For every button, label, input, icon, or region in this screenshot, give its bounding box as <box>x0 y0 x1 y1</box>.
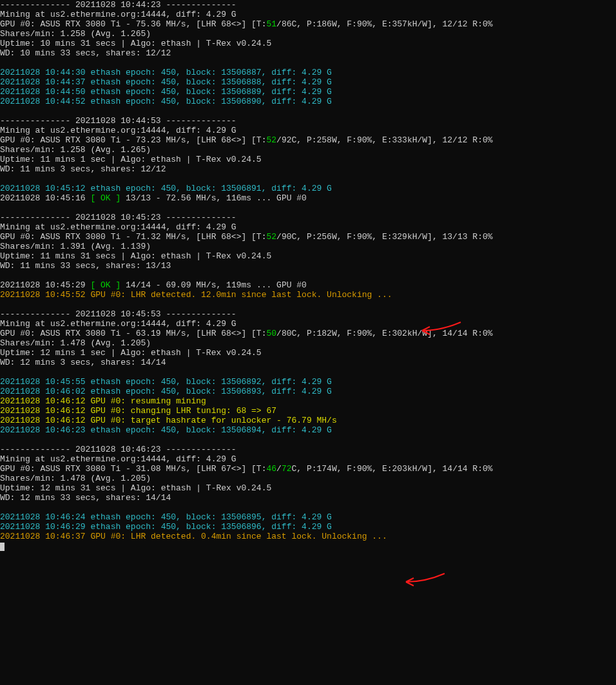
shares-line: Shares/min: 1.258 (Avg. 1.265) <box>0 145 151 155</box>
epoch-line: 20211028 10:44:30 ethash epoch: 450, blo… <box>0 68 332 77</box>
wd-line: WD: 11 mins 33 secs, shares: 13/13 <box>0 261 171 271</box>
ok-line: 20211028 10:45:16 [ OK ] 13/13 - 72.56 M… <box>0 193 307 203</box>
epoch-line: 20211028 10:45:55 ethash epoch: 450, blo… <box>0 377 332 387</box>
info-line: 20211028 10:46:12 GPU #0: target hashrat… <box>0 416 337 425</box>
gpu-line: GPU #0: ASUS RTX 3080 Ti - 31.08 MH/s, [… <box>0 464 493 474</box>
epoch-line: 20211028 10:45:12 ethash epoch: 450, blo… <box>0 184 332 193</box>
separator: -------------- 20211028 10:46:23 -------… <box>0 445 236 454</box>
uptime-line: Uptime: 11 mins 31 secs | Algo: ethash |… <box>0 251 271 261</box>
epoch-line: 20211028 10:46:29 ethash epoch: 450, blo… <box>0 522 332 532</box>
shares-line: Shares/min: 1.391 (Avg. 1.139) <box>0 242 151 251</box>
gpu-line: GPU #0: ASUS RTX 3080 Ti - 63.19 MH/s, [… <box>0 329 493 338</box>
gpu-line: GPU #0: ASUS RTX 3080 Ti - 73.23 MH/s, [… <box>0 135 493 145</box>
mining-line: Mining at us2.ethermine.org:14444, diff:… <box>0 10 236 19</box>
separator: -------------- 20211028 10:44:23 -------… <box>0 0 236 10</box>
epoch-line: 20211028 10:46:02 ethash epoch: 450, blo… <box>0 387 332 396</box>
warn-line: 20211028 10:45:52 GPU #0: LHR detected. … <box>0 290 392 300</box>
separator: -------------- 20211028 10:44:53 -------… <box>0 116 236 126</box>
wd-line: WD: 11 mins 3 secs, shares: 12/12 <box>0 164 166 174</box>
gpu-line: GPU #0: ASUS RTX 3080 Ti - 75.36 MH/s, [… <box>0 19 493 29</box>
terminal-output: -------------- 20211028 10:44:23 -------… <box>0 0 616 551</box>
separator: -------------- 20211028 10:45:23 -------… <box>0 213 236 222</box>
info-line: 20211028 10:46:12 GPU #0: changing LHR t… <box>0 406 276 416</box>
epoch-line: 20211028 10:46:24 ethash epoch: 450, blo… <box>0 512 332 522</box>
separator: -------------- 20211028 10:45:53 -------… <box>0 309 236 319</box>
mining-line: Mining at us2.ethermine.org:14444, diff:… <box>0 454 236 464</box>
shares-line: Shares/min: 1.478 (Avg. 1.205) <box>0 338 151 348</box>
info-line: 20211028 10:46:12 GPU #0: resuming minin… <box>0 396 206 406</box>
wd-line: WD: 12 mins 33 secs, shares: 14/14 <box>0 493 171 503</box>
wd-line: WD: 10 mins 33 secs, shares: 12/12 <box>0 48 171 58</box>
cursor <box>0 543 5 551</box>
epoch-line: 20211028 10:44:37 ethash epoch: 450, blo… <box>0 77 332 87</box>
uptime-line: Uptime: 11 mins 1 sec | Algo: ethash | T… <box>0 155 262 164</box>
shares-line: Shares/min: 1.258 (Avg. 1.265) <box>0 29 151 39</box>
uptime-line: Uptime: 10 mins 31 secs | Algo: ethash |… <box>0 39 271 48</box>
mining-line: Mining at us2.ethermine.org:14444, diff:… <box>0 319 236 329</box>
epoch-line: 20211028 10:44:50 ethash epoch: 450, blo… <box>0 87 332 97</box>
mining-line: Mining at us2.ethermine.org:14444, diff:… <box>0 222 236 232</box>
epoch-line: 20211028 10:46:23 ethash epoch: 450, blo… <box>0 425 332 435</box>
uptime-line: Uptime: 12 mins 31 secs | Algo: ethash |… <box>0 483 271 493</box>
shares-line: Shares/min: 1.478 (Avg. 1.205) <box>0 474 151 483</box>
epoch-line: 20211028 10:44:52 ethash epoch: 450, blo… <box>0 97 332 106</box>
warn-line: 20211028 10:46:37 GPU #0: LHR detected. … <box>0 532 387 541</box>
ok-line: 20211028 10:45:29 [ OK ] 14/14 - 69.09 M… <box>0 280 307 290</box>
wd-line: WD: 12 mins 3 secs, shares: 14/14 <box>0 358 166 367</box>
mining-line: Mining at us2.ethermine.org:14444, diff:… <box>0 126 236 135</box>
gpu-line: GPU #0: ASUS RTX 3080 Ti - 71.32 MH/s, [… <box>0 232 493 242</box>
uptime-line: Uptime: 12 mins 1 sec | Algo: ethash | T… <box>0 348 262 358</box>
